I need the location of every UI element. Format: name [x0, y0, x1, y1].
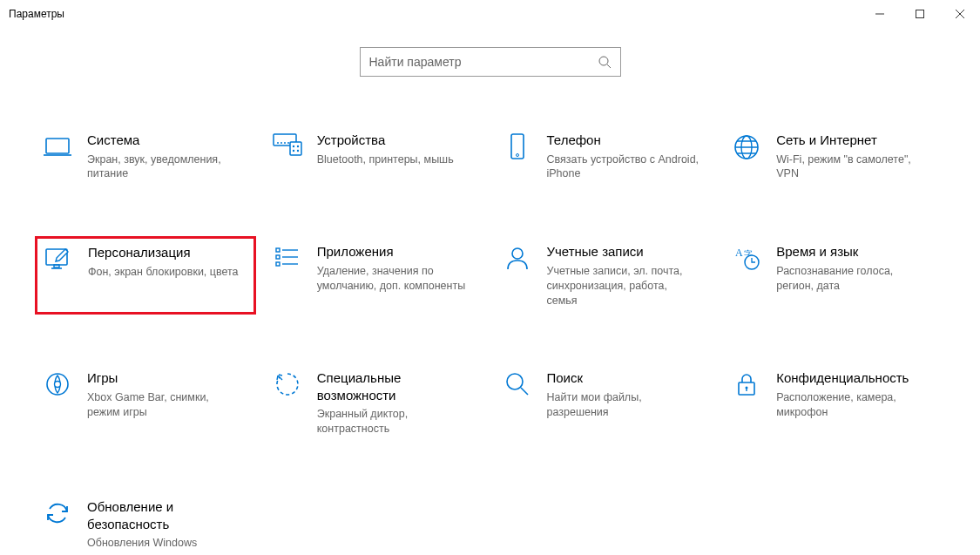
search-row — [0, 47, 980, 77]
devices-icon — [272, 132, 303, 158]
gaming-icon — [42, 369, 73, 397]
search-icon — [598, 55, 612, 69]
search-input[interactable] — [369, 55, 598, 69]
search-box[interactable] — [360, 47, 621, 77]
phone-icon — [502, 132, 533, 161]
tile-title: Специальные возможности — [317, 369, 470, 403]
svg-point-7 — [287, 142, 289, 144]
tile-apps[interactable]: Приложения Удаление, значения по умолчан… — [265, 236, 486, 315]
svg-rect-20 — [276, 248, 280, 252]
svg-point-28 — [55, 382, 61, 388]
globe-icon — [731, 132, 762, 161]
search-tile-icon — [502, 369, 533, 397]
tile-title: Персонализация — [88, 244, 240, 261]
svg-point-5 — [280, 142, 282, 144]
svg-point-6 — [284, 142, 286, 144]
maximize-button[interactable] — [900, 0, 940, 27]
tile-update-security[interactable]: Обновление и безопасность Обновления Win… — [35, 491, 256, 555]
tile-title: Время и язык — [776, 243, 929, 261]
svg-point-12 — [293, 150, 294, 152]
time-language-icon: A字 — [731, 243, 762, 271]
tile-title: Сеть и Интернет — [776, 132, 929, 149]
tile-title: Поиск — [547, 369, 700, 387]
svg-rect-14 — [511, 134, 524, 159]
tile-desc: Экранный диктор, контрастность — [317, 407, 470, 437]
svg-point-10 — [293, 146, 294, 147]
tile-title: Учетные записи — [547, 243, 700, 261]
tile-gaming[interactable]: Игры Xbox Game Bar, снимки, режим игры — [35, 362, 256, 443]
svg-point-11 — [297, 146, 299, 147]
ease-of-access-icon — [272, 369, 303, 397]
svg-rect-9 — [290, 142, 301, 155]
svg-point-29 — [507, 374, 523, 389]
tile-phone[interactable]: Телефон Связать устройство с Android, iP… — [495, 125, 716, 188]
close-button[interactable] — [940, 0, 980, 27]
window-title: Параметры — [9, 8, 64, 20]
tile-accounts[interactable]: Учетные записи Учетные записи, эл. почта… — [495, 236, 716, 315]
lock-icon — [731, 369, 762, 397]
tile-desc: Связать устройство с Android, iPhone — [547, 152, 700, 182]
tile-desc: Wi-Fi, режим "в самолете", VPN — [776, 152, 929, 182]
tile-personalization[interactable]: Персонализация Фон, экран блокировки, цв… — [35, 236, 256, 315]
personalization-icon — [43, 244, 74, 272]
tile-desc: Учетные записи, эл. почта, синхронизация… — [547, 264, 700, 308]
svg-rect-2 — [46, 139, 69, 153]
tile-title: Устройства — [317, 132, 470, 149]
minimize-button[interactable] — [860, 0, 900, 27]
svg-point-1 — [599, 57, 608, 65]
tile-network[interactable]: Сеть и Интернет Wi-Fi, режим "в самолете… — [724, 125, 945, 188]
tile-system[interactable]: Система Экран, звук, уведомления, питани… — [35, 125, 256, 188]
tile-desc: Удаление, значения по умолчанию, доп. ко… — [317, 264, 470, 294]
tile-title: Игры — [87, 369, 240, 387]
tile-desc: Распознавание голоса, регион, дата — [776, 264, 929, 294]
tile-title: Конфиденциальность — [776, 369, 929, 387]
tile-desc: Экран, звук, уведомления, питание — [87, 152, 240, 182]
tile-desc: Обновления Windows — [87, 536, 240, 551]
tile-desc: Xbox Game Bar, снимки, режим игры — [87, 390, 240, 420]
tile-desc: Найти мои файлы, разрешения — [547, 390, 700, 420]
system-icon — [42, 132, 73, 161]
tile-desc: Фон, экран блокировки, цвета — [88, 265, 240, 280]
tile-title: Обновление и безопасность — [87, 498, 240, 532]
tile-desc: Bluetooth, принтеры, мышь — [317, 152, 470, 167]
svg-text:A: A — [735, 247, 743, 259]
svg-point-13 — [297, 150, 299, 152]
update-icon — [42, 498, 73, 526]
titlebar: Параметры — [0, 0, 980, 28]
window-controls — [860, 0, 980, 27]
tile-ease-of-access[interactable]: Специальные возможности Экранный диктор,… — [265, 362, 486, 443]
tile-privacy[interactable]: Конфиденциальность Расположение, камера,… — [724, 362, 945, 443]
tile-desc: Расположение, камера, микрофон — [776, 390, 929, 420]
svg-point-23 — [512, 248, 523, 259]
svg-rect-19 — [54, 265, 59, 267]
tile-search[interactable]: Поиск Найти мои файлы, разрешения — [495, 362, 716, 443]
svg-rect-22 — [276, 262, 280, 266]
tile-title: Телефон — [547, 132, 700, 149]
svg-point-15 — [516, 154, 518, 157]
svg-rect-0 — [916, 10, 924, 17]
tile-title: Приложения — [317, 243, 470, 261]
svg-point-4 — [277, 142, 279, 144]
svg-rect-21 — [276, 255, 280, 259]
tile-devices[interactable]: Устройства Bluetooth, принтеры, мышь — [265, 125, 486, 188]
accounts-icon — [502, 243, 533, 271]
tile-time-language[interactable]: A字 Время и язык Распознавание голоса, ре… — [724, 236, 945, 315]
apps-icon — [272, 243, 303, 269]
tile-title: Система — [87, 132, 240, 149]
settings-grid: Система Экран, звук, уведомления, питани… — [0, 125, 980, 555]
